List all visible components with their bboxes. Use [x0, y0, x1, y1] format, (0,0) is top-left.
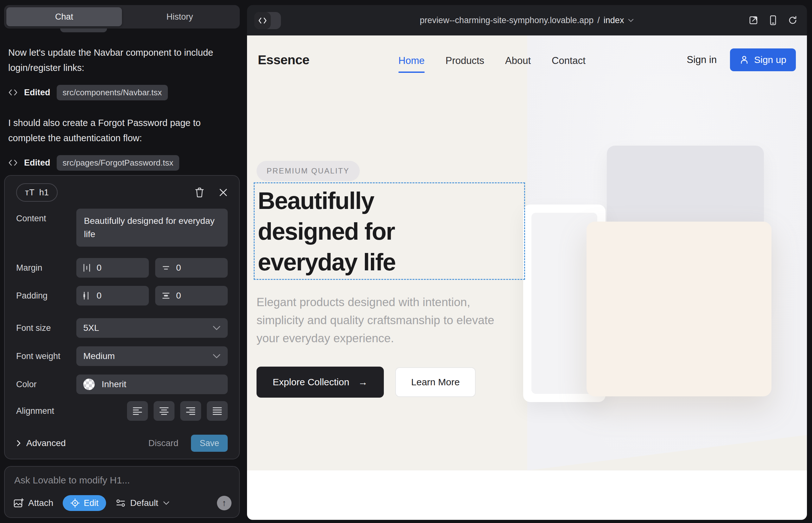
edited-label: Edited [24, 88, 50, 97]
attach-label: Attach [28, 498, 53, 508]
hero-section: Essence Home Products About Contact Sign… [247, 35, 807, 470]
font-size-field-label: Font size [16, 323, 76, 333]
chevron-down-icon [212, 354, 221, 359]
crosshair-icon [70, 498, 80, 508]
align-right-icon [186, 407, 196, 415]
explore-collection-button[interactable]: Explore Collection → [257, 366, 384, 398]
typography-icon: тT [25, 188, 35, 198]
url-host: preview--charming-site-symphony.lovable.… [420, 16, 594, 25]
sign-in-link[interactable]: Sign in [687, 54, 717, 66]
element-tag-label: h1 [39, 188, 49, 198]
browser-toolbar: preview--charming-site-symphony.lovable.… [247, 5, 807, 35]
nav-links: Home Products About Contact [399, 55, 586, 73]
url-bar[interactable]: preview--charming-site-symphony.lovable.… [247, 5, 807, 35]
url-path: index [604, 16, 624, 25]
align-justify-button[interactable] [207, 401, 228, 421]
chevron-right-icon [16, 439, 21, 447]
chevron-down-icon [163, 501, 170, 505]
arrow-right-icon: → [358, 377, 368, 387]
padding-y-input[interactable]: 0 [155, 286, 228, 306]
selected-element-tag: тT h1 [16, 183, 58, 202]
margin-x-input[interactable]: 0 [76, 258, 149, 278]
margin-x-value: 0 [96, 263, 102, 273]
explore-collection-label: Explore Collection [273, 377, 349, 387]
align-justify-icon [212, 407, 222, 415]
chat-composer: Ask Lovable to modify H1... Attach Edit … [4, 466, 240, 518]
advanced-toggle[interactable]: Advanced [16, 438, 66, 448]
padding-x-value: 0 [96, 291, 102, 301]
align-center-icon [159, 407, 169, 415]
close-icon[interactable] [219, 188, 228, 197]
edit-label: Edit [84, 498, 99, 508]
color-field-label: Color [16, 380, 76, 390]
premium-quality-badge: PREMIUM QUALITY [257, 161, 360, 181]
nav-link-about[interactable]: About [505, 55, 531, 73]
chevron-down-icon [628, 18, 634, 22]
website-viewport: Essence Home Products About Contact Sign… [247, 35, 807, 520]
chat-history-tabbar: Chat History [4, 5, 240, 29]
composer-input[interactable]: Ask Lovable to modify H1... [14, 475, 130, 486]
chat-message-list: Now let's update the Navbar component to… [8, 45, 236, 185]
hero-description: Elegant products designed with intention… [257, 293, 510, 347]
learn-more-button[interactable]: Learn More [395, 367, 476, 397]
align-left-button[interactable] [127, 401, 148, 421]
edited-label: Edited [24, 158, 50, 168]
chat-message: I should also create a Forgot Password p… [8, 115, 236, 146]
person-icon [740, 55, 749, 65]
model-default-select[interactable]: Default [116, 498, 170, 508]
browser-preview-panel: preview--charming-site-symphony.lovable.… [247, 5, 807, 520]
alignment-field-label: Alignment [16, 406, 76, 416]
font-weight-field-label: Font weight [16, 351, 76, 361]
site-logo: Essence [258, 53, 310, 68]
color-select[interactable]: Inherit [76, 375, 228, 394]
nav-link-products[interactable]: Products [446, 55, 484, 73]
attach-button[interactable]: Attach [13, 498, 53, 508]
edited-file-row: Edited src/pages/ForgotPassword.tsx [8, 155, 236, 171]
margin-y-input[interactable]: 0 [155, 258, 228, 278]
mobile-view-icon[interactable] [770, 15, 777, 25]
edited-file-chip[interactable]: src/components/Navbar.tsx [57, 85, 168, 101]
margin-y-value: 0 [176, 263, 181, 273]
sliders-icon [116, 498, 126, 508]
content-input[interactable]: Beautifully designed for everyday life [76, 209, 228, 247]
align-center-button[interactable] [154, 401, 175, 421]
padding-y-value: 0 [176, 291, 181, 301]
tab-history[interactable]: History [122, 7, 237, 26]
selected-element-outline: Beautifully designed for everyday life [254, 182, 525, 280]
chevron-down-icon [212, 325, 221, 330]
open-external-icon[interactable] [749, 16, 758, 25]
delete-element-icon[interactable] [195, 187, 204, 198]
send-button[interactable]: ↑ [217, 496, 231, 510]
font-size-value: 5XL [83, 323, 99, 333]
padding-horizontal-icon [83, 291, 91, 300]
product-image-placeholder-beige [586, 222, 772, 396]
edited-file-chip[interactable]: src/pages/ForgotPassword.tsx [57, 155, 180, 170]
padding-field-label: Padding [16, 291, 76, 301]
content-field-label: Content [16, 209, 76, 223]
hero-heading: Beautifully designed for everyday life [258, 185, 395, 277]
site-navbar: Essence Home Products About Contact Sign… [247, 35, 807, 83]
url-separator: / [597, 16, 600, 25]
nav-link-contact[interactable]: Contact [552, 55, 586, 73]
code-icon [8, 159, 18, 167]
edit-mode-button[interactable]: Edit [63, 495, 106, 511]
tab-chat[interactable]: Chat [6, 7, 122, 26]
discard-button[interactable]: Discard [148, 438, 179, 448]
sign-up-button[interactable]: Sign up [730, 49, 796, 71]
align-left-icon [133, 407, 142, 415]
padding-x-input[interactable]: 0 [76, 286, 149, 306]
chat-message: Now let's update the Navbar component to… [8, 45, 236, 75]
default-label: Default [130, 498, 158, 508]
align-right-button[interactable] [180, 401, 201, 421]
color-swatch-icon [83, 379, 95, 390]
nav-link-home[interactable]: Home [399, 55, 425, 73]
code-icon [8, 88, 18, 96]
refresh-icon[interactable] [788, 16, 797, 25]
element-editor-panel: тT h1 Content Beautifully designed for e… [4, 175, 240, 459]
advanced-label: Advanced [26, 438, 66, 448]
sign-up-label: Sign up [754, 54, 786, 65]
margin-horizontal-icon [83, 264, 91, 272]
font-weight-select[interactable]: Medium [76, 346, 228, 366]
save-button[interactable]: Save [191, 435, 228, 452]
font-size-select[interactable]: 5XL [76, 318, 228, 338]
